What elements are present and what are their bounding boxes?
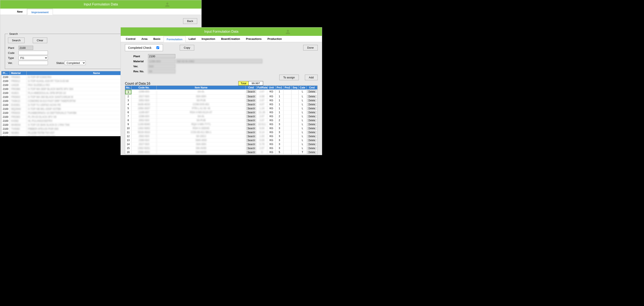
copy-button[interactable]: Copy [180,45,194,50]
back-button[interactable]: Back [183,18,197,24]
table-row[interactable]: 22027-503S0A-60HSearch4.08KG1LDelete [125,94,318,98]
material2-desc[interactable] [176,59,262,63]
delete-row-button[interactable]: Delete [308,107,316,110]
table-row[interactable]: 142027-503S0A-60HSearch5.79KG3LDelete [125,142,318,146]
tab-improvement[interactable]: Improvement [27,9,53,15]
search-row-button[interactable]: Search [246,147,256,150]
delete-row-button[interactable]: Delete [308,103,316,106]
table-row[interactable]: 101302-5002RSH-V-20DHDSearch6.04KG3LDele… [125,126,318,130]
delete-row-button[interactable]: Delete [308,123,316,126]
search-row-button[interactable]: Search [246,90,256,93]
delete-row-button[interactable]: Delete [308,143,316,146]
col-cmd[interactable]: Cmd [246,86,256,90]
status-select[interactable]: Completed [65,61,86,65]
col-rate[interactable]: FullRate [256,86,268,90]
search-row-button[interactable]: Search [246,151,256,154]
assign-button[interactable]: To assign [279,75,299,80]
table-row[interactable]: 152302-5031SM-AV00Search2.07KG3LDelete [125,146,318,150]
rev2-field[interactable] [148,69,175,73]
cell-search: Search [246,134,256,138]
table-row[interactable]: 82052-503S0-PUBSearch2.07KG2LDelete [125,118,318,122]
search-row-button[interactable]: Search [246,123,256,126]
code-field[interactable] [18,51,48,55]
delete-row-button[interactable]: Delete [308,115,316,118]
cell-code: 1100-6040 [132,122,157,126]
cell-search: Search [246,146,256,150]
table-row[interactable]: 72296-003SA-0LSearch2.07KG2LDelete [125,114,318,118]
ver2-field[interactable] [148,64,175,68]
col-pro2[interactable]: Pro2 [284,86,292,90]
delete-row-button[interactable]: Delete [308,151,316,154]
tab-precautions[interactable]: Precautions [243,36,264,42]
col-unit[interactable]: Unit [268,86,276,90]
delete-row-button[interactable]: Delete [308,127,316,130]
table-row[interactable]: 91100-6040RQA V-MN-TYT1Search10.511KG3LD… [125,122,318,126]
table-row[interactable]: 61106-007RSA-V-M3-012A-07Search21.26KG1L… [125,110,318,114]
col-no[interactable]: No. [125,86,132,90]
add-button[interactable]: Add [305,75,318,80]
clear-button[interactable]: Clear [33,37,47,43]
delete-row-button[interactable]: Delete [308,95,316,98]
search-row-button[interactable]: Search [246,99,256,102]
ver-field[interactable] [18,61,48,65]
tab-formulation[interactable]: Formulation [164,36,186,42]
delete-row-button[interactable]: Delete [308,131,316,134]
search-button[interactable]: Search [8,37,24,43]
delete-row-button[interactable]: Delete [308,111,316,114]
table-row[interactable]: 12296-003SA-0LSearch2.07KG1LDelete [125,90,318,94]
tab-label[interactable]: Label [186,36,199,42]
tab-area[interactable]: Area [138,36,150,42]
table-row[interactable]: 132390-503SMA-M30Search0.09KG3LDelete [125,138,318,142]
search-row-button[interactable]: Search [246,127,256,130]
tab-new[interactable]: New [13,8,27,15]
col-material[interactable]: Material [10,71,27,75]
search-row-button[interactable]: Search [246,139,256,142]
col-cmd2[interactable]: Cmd [306,86,318,90]
col-seq[interactable]: Seq [292,86,298,90]
delete-row-button[interactable]: Delete [308,139,316,142]
cell-item: SMA-M30 [157,138,246,142]
type-select[interactable]: FG [18,56,48,60]
col-item[interactable]: Item Name [157,86,246,90]
delete-row-button[interactable]: Delete [308,135,316,138]
tab-basic[interactable]: Basic [150,36,164,42]
delete-row-button[interactable]: Delete [308,119,316,122]
col-plant[interactable]: Plant [2,71,10,75]
table-row[interactable]: 32052-503S0-PUBSearch2.07KG1LDelete [125,98,318,102]
completed-checkbox[interactable] [156,46,159,49]
cell-item: S0-PUB [157,118,246,122]
col-cate[interactable]: Cate [298,86,306,90]
table-row[interactable]: 48x08-4033COW-0V9-401Search4.07KG1LDelet… [125,102,318,106]
col-pro1[interactable]: Pro1 [276,86,284,90]
table-row[interactable]: 52050-3037PTR-L A1 00 +BSearch1.24KG1LDe… [125,106,318,110]
search-row-button[interactable]: Search [246,115,256,118]
search-row-button[interactable]: Search [246,111,256,114]
tab-inspection[interactable]: Inspection [199,36,218,42]
cell-pro1: 5 [276,150,284,154]
tab-control[interactable]: Control [123,36,138,42]
plant2-field[interactable] [148,54,175,58]
search-row-button[interactable]: Search [246,135,256,138]
col-code[interactable]: Code No. [132,86,157,90]
table-row[interactable]: 122562-503S0-20OJSearch1.03KG3LDelete [125,134,318,138]
cell-material: HU821 [10,91,27,95]
search-row-button[interactable]: Search [246,95,256,98]
cell-pro1: 2 [276,118,284,122]
delete-row-button[interactable]: Delete [308,99,316,102]
plant-field[interactable] [18,46,33,50]
delete-row-button[interactable]: Delete [308,90,316,93]
search-row-button[interactable]: Search [246,103,256,106]
search-row-button[interactable]: Search [246,131,256,134]
done-button[interactable]: Done [303,45,318,50]
search-row-button[interactable]: Search [246,107,256,110]
cell-pro1: 3 [276,130,284,134]
tab-boardcreation[interactable]: BoardCreation [218,36,243,42]
cell-code: 2052-503 [132,118,157,122]
table-row[interactable]: 162590-4031SM-NIODSearch0KG5TDelete [125,150,318,154]
table-row[interactable]: 115019-3010COS-00-411 BN-1Search6.14KG3L… [125,130,318,134]
delete-row-button[interactable]: Delete [308,147,316,150]
search-row-button[interactable]: Search [246,143,256,146]
material2-field[interactable] [148,59,175,63]
search-row-button[interactable]: Search [246,119,256,122]
tab-production[interactable]: Production [264,36,285,42]
